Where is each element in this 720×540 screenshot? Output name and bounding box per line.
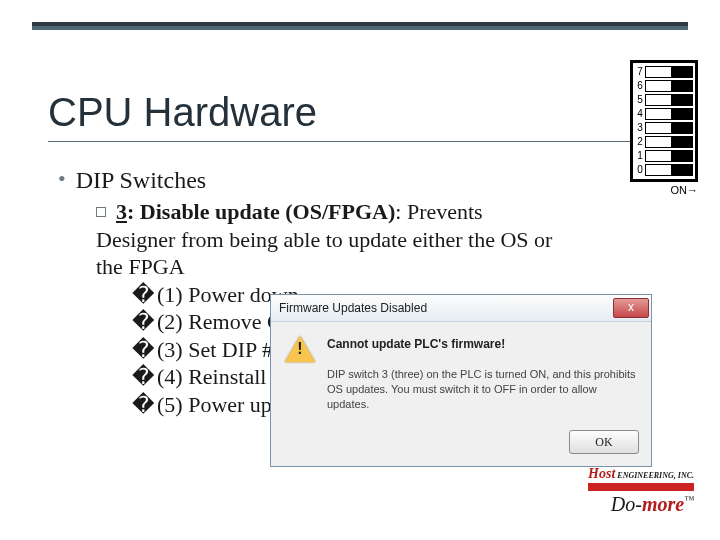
dip-slider (645, 94, 693, 106)
dip-number: 0 (635, 165, 645, 175)
slide-title: CPU Hardware (48, 90, 672, 135)
dip-on-label: ON→ (630, 184, 698, 196)
brand-eng: ENGINEERING, INC. (617, 471, 694, 480)
dip-number: 3 (635, 123, 645, 133)
dialog-button-row: OK (271, 422, 651, 466)
do-more-logo: Do-more™ (588, 493, 694, 516)
bullet1-text: DIP Switches (76, 167, 206, 193)
brand-tm: ™ (684, 494, 694, 505)
slide: CPU Hardware •DIP Switches 3: Disable up… (0, 0, 720, 540)
dip-slider (645, 80, 693, 92)
dip-number: 7 (635, 67, 645, 77)
brand-more: more (642, 493, 684, 515)
dip-slider (645, 136, 693, 148)
dip-number: 2 (635, 137, 645, 147)
dialog-title-text: Firmware Updates Disabled (279, 301, 613, 315)
brand-host: Host (588, 466, 615, 481)
brand-do: Do- (611, 493, 642, 515)
host-engineering-logo: HostENGINEERING, INC. (588, 466, 694, 491)
dip-switch-diagram: 7 6 5 4 3 2 1 0 ON→ (630, 60, 698, 196)
dialog-heading: Cannot update PLC's firmware! (327, 337, 505, 351)
dialog-titlebar: Firmware Updates Disabled x (271, 295, 651, 322)
bullet-square-icon (96, 207, 106, 217)
brand-red-bar (588, 483, 694, 491)
dialog-body: ! Cannot update PLC's firmware! DIP swit… (271, 322, 651, 422)
dip-switch-box: 7 6 5 4 3 2 1 0 (630, 60, 698, 182)
dip-number: 4 (635, 109, 645, 119)
warning-icon: ! (285, 336, 315, 362)
bullet-level-2: 3: Disable update (OS/FPGA): Prevents De… (96, 198, 566, 281)
dip-slider (645, 122, 693, 134)
error-dialog: Firmware Updates Disabled x ! Cannot upd… (270, 294, 652, 467)
dialog-text: Cannot update PLC's firmware! DIP switch… (327, 336, 637, 412)
ok-button[interactable]: OK (569, 430, 639, 454)
dip-slider (645, 150, 693, 162)
dip-slider (645, 108, 693, 120)
bullet-dot-icon: • (58, 166, 66, 191)
top-accent-bar (32, 22, 688, 30)
switch-name: : Disable update (OS/FPGA) (127, 199, 395, 224)
footer-branding: HostENGINEERING, INC. Do-more™ (588, 466, 694, 516)
dip-number: 1 (635, 151, 645, 161)
title-underline (48, 141, 672, 142)
bullet-level-1: •DIP Switches (58, 166, 672, 194)
switch-number: 3 (116, 199, 127, 224)
dialog-message: DIP switch 3 (three) on the PLC is turne… (327, 368, 636, 410)
dip-number: 6 (635, 81, 645, 91)
dip-number: 5 (635, 95, 645, 105)
dip-slider (645, 66, 693, 78)
dip-slider (645, 164, 693, 176)
close-button[interactable]: x (613, 298, 649, 318)
